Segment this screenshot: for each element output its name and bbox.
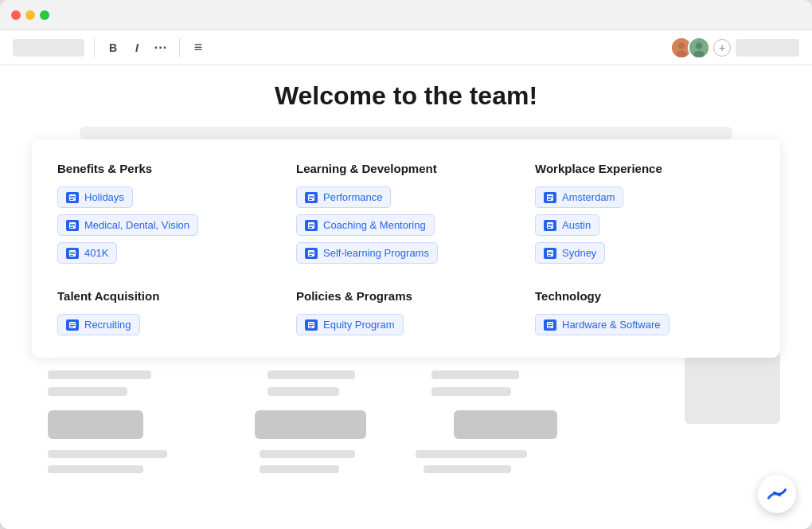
svg-rect-24 [309, 225, 314, 226]
section-workplace: Workplace Experience Amsterdam [535, 162, 755, 264]
svg-rect-23 [309, 224, 314, 225]
svg-point-5 [693, 50, 705, 58]
svg-rect-41 [548, 255, 551, 256]
chip-medical[interactable]: Medical, Dental, Vision [57, 214, 198, 236]
main-card: Benefits & Perks Holidays Me [32, 139, 780, 358]
svg-rect-53 [548, 327, 551, 327]
svg-rect-16 [70, 253, 75, 254]
section-title-talent: Talent Acquisition [57, 289, 277, 303]
section-items-learning: Performance Coaching & Mentoring [296, 186, 516, 264]
section-items-talent: Recruiting [57, 314, 277, 335]
svg-rect-11 [70, 224, 75, 225]
doc-icon-amsterdam [544, 192, 556, 203]
svg-rect-7 [70, 196, 75, 197]
skeleton-line [267, 370, 355, 379]
svg-point-4 [696, 42, 703, 49]
skeleton-section-2 [32, 450, 780, 473]
svg-rect-40 [548, 253, 552, 254]
avatar-group: + [670, 37, 731, 59]
skeleton-line [48, 450, 167, 458]
svg-rect-25 [309, 227, 312, 228]
svg-rect-39 [548, 252, 552, 253]
section-title-technology: Technology [535, 289, 755, 303]
section-items-workplace: Amsterdam Austin Sydney [535, 186, 755, 264]
section-title-benefits: Benefits & Perks [57, 162, 277, 175]
skeleton-line [48, 370, 151, 379]
maximize-button[interactable] [40, 10, 49, 20]
doc-icon-coaching [305, 220, 318, 231]
svg-rect-44 [70, 325, 75, 326]
section-items-benefits: Holidays Medical, Dental, Vision [57, 186, 277, 264]
skeleton-block [255, 410, 366, 439]
chip-recruiting[interactable]: Recruiting [57, 314, 140, 335]
chip-self-learning[interactable]: Self-learning Programs [296, 242, 438, 264]
svg-rect-48 [309, 325, 314, 326]
doc-icon-medical [66, 220, 79, 231]
skeleton-section-1 [32, 370, 780, 396]
bold-button[interactable]: B [104, 39, 122, 57]
section-technology: Technology Hardware & Software [535, 289, 755, 335]
chip-holidays[interactable]: Holidays [57, 186, 133, 208]
page-title: Welcome to the team! [32, 81, 780, 111]
svg-rect-33 [548, 199, 551, 200]
doc-icon-self-learning [305, 248, 318, 259]
svg-rect-12 [70, 225, 75, 226]
section-title-learning: Learning & Development [296, 162, 516, 175]
format-dropdown[interactable] [13, 39, 84, 57]
section-items-technology: Hardware & Software [535, 314, 755, 335]
close-button[interactable] [11, 10, 21, 20]
chip-equity[interactable]: Equity Program [296, 314, 404, 335]
svg-rect-27 [309, 252, 314, 253]
section-items-policies: Equity Program [296, 314, 516, 335]
svg-rect-43 [70, 323, 75, 324]
doc-icon-recruiting [66, 319, 79, 331]
toolbar-separator-1 [94, 38, 95, 57]
chip-hardware[interactable]: Hardware & Software [535, 314, 670, 335]
section-learning: Learning & Development Performance [296, 162, 516, 264]
add-collaborator-button[interactable]: + [713, 39, 731, 57]
more-button[interactable]: ··· [152, 39, 170, 57]
title-bar [0, 0, 812, 30]
svg-point-2 [676, 50, 687, 58]
skeleton-line [267, 387, 339, 396]
svg-rect-47 [309, 323, 314, 324]
svg-rect-52 [548, 325, 552, 326]
svg-point-1 [678, 42, 685, 49]
toolbar-right: + [670, 37, 799, 59]
chip-coaching[interactable]: Coaching & Mentoring [296, 214, 435, 236]
chip-sydney[interactable]: Sydney [535, 242, 605, 264]
skeleton-line [424, 465, 511, 473]
confluence-fab[interactable] [758, 475, 796, 513]
svg-rect-29 [309, 255, 312, 256]
chip-performance[interactable]: Performance [296, 186, 391, 208]
svg-rect-37 [548, 227, 551, 228]
chip-401k[interactable]: 401K [57, 242, 117, 264]
skeleton-block [48, 410, 143, 439]
chip-austin[interactable]: Austin [535, 214, 599, 236]
minimize-button[interactable] [25, 10, 35, 20]
list-button[interactable]: ≡ [189, 39, 207, 57]
section-benefits: Benefits & Perks Holidays Me [57, 162, 277, 264]
skeleton-line [48, 465, 143, 473]
skeleton-block [454, 410, 557, 439]
skeleton-line [260, 450, 355, 458]
doc-icon-sydney [544, 248, 556, 259]
share-button[interactable] [736, 39, 799, 57]
svg-rect-51 [548, 323, 552, 324]
section-title-policies: Policies & Programs [296, 289, 516, 303]
doc-icon-equity [305, 319, 318, 331]
svg-rect-15 [70, 252, 75, 253]
skeleton-blocks [32, 410, 780, 439]
svg-rect-35 [548, 224, 552, 225]
svg-rect-21 [309, 199, 312, 200]
skeleton-line [48, 387, 127, 396]
italic-button[interactable]: I [128, 39, 146, 57]
svg-rect-32 [548, 198, 552, 198]
svg-rect-9 [70, 199, 73, 200]
svg-rect-8 [70, 198, 75, 198]
doc-icon-austin [544, 220, 556, 231]
skeleton-line [260, 465, 339, 473]
svg-rect-19 [309, 196, 314, 197]
avatar-user-2 [688, 37, 710, 59]
chip-amsterdam[interactable]: Amsterdam [535, 186, 623, 208]
